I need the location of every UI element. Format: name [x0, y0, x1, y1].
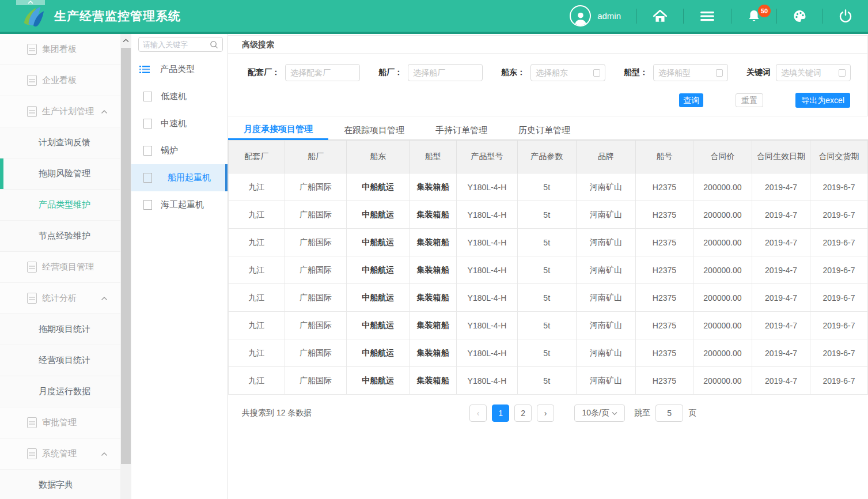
tree-search-box[interactable]: [138, 37, 223, 52]
jump-input[interactable]: [655, 405, 683, 422]
sidebar-item-product-type-maintenance[interactable]: 产品类型维护: [0, 190, 120, 221]
cell-shiptype: 集装箱船: [410, 173, 457, 201]
table-row: 九江 广船国际 中船航运 集装箱船 Y180L-4-H 5t 河南矿山 H237…: [229, 256, 868, 284]
sidebar-item-label: 企业看板: [42, 75, 77, 86]
export-excel-button[interactable]: 导出为excel: [795, 93, 850, 108]
sidebar-item-delay-project-stats[interactable]: 拖期项目统计: [0, 314, 120, 345]
cell-product-params: 5t: [517, 339, 576, 367]
next-page-button[interactable]: ›: [537, 405, 554, 422]
select-icon: [593, 69, 600, 77]
shiptype-input[interactable]: [658, 68, 714, 77]
sidebar-item-group-dashboard[interactable]: 集团看板: [0, 34, 120, 65]
advanced-search-panel: 高级搜索 配套厂： 船厂： 船东：: [228, 35, 868, 116]
sidebar-item-label: 生产计划管理: [42, 106, 94, 117]
sidebar-item-monthly-operation-data[interactable]: 月度运行数据: [0, 376, 120, 407]
cell-ship-number: H2375: [635, 256, 693, 284]
sidebar-item-label: 产品类型维护: [39, 199, 90, 210]
keyword-input[interactable]: [781, 68, 836, 77]
query-button[interactable]: 查询: [679, 93, 703, 107]
shipyard-select[interactable]: [408, 64, 483, 81]
tree-search-input[interactable]: [143, 40, 210, 49]
pagination-controls: ‹ 1 2 › 10条/页 跳至 页: [469, 405, 696, 422]
cell-contract-delivery-date: 2019-6-7: [810, 284, 867, 312]
sidebar-item-operation-project-stats[interactable]: 经营项目统计: [0, 345, 120, 376]
cell-shipyard: 广船国际: [285, 312, 347, 339]
cell-brand: 河南矿山: [576, 256, 635, 284]
table-row: 九江 广船国际 中船航运 集装箱船 Y180L-4-H 5t 河南矿山 H237…: [229, 367, 868, 395]
node-icon: [143, 119, 152, 128]
chevron-up-icon: [27, 0, 34, 5]
select-icon: [716, 69, 723, 77]
tree-item-offshore-crane[interactable]: 海工起重机: [131, 191, 228, 218]
shipyard-input[interactable]: [413, 68, 477, 77]
tab-tracking-projects[interactable]: 在跟踪项目管理: [328, 120, 420, 140]
theme-button[interactable]: [777, 0, 822, 32]
tree-item-low-speed-engine[interactable]: 低速机: [131, 83, 228, 110]
sidebar-item-statistics-analysis[interactable]: 统计分析: [0, 283, 120, 314]
sidebar-item-enterprise-dashboard[interactable]: 企业看板: [0, 65, 120, 96]
sidebar-item-label: 节点经验维护: [39, 230, 90, 241]
cell-product-params: 5t: [517, 312, 576, 339]
logout-button[interactable]: [823, 0, 868, 32]
cell-shipyard: 广船国际: [285, 256, 347, 284]
product-tree-panel: 产品类型 低速机 中速机 锅炉 船用起重机 海工起重机: [131, 34, 228, 499]
scroll-up-button[interactable]: [120, 34, 131, 47]
home-button[interactable]: [637, 0, 683, 32]
sidebar-item-production-plan-management[interactable]: 生产计划管理: [0, 96, 120, 127]
tree-item-boiler[interactable]: 锅炉: [131, 137, 228, 164]
collapse-pill[interactable]: [16, 0, 45, 5]
sidebar-item-node-experience-maintenance[interactable]: 节点经验维护: [0, 221, 120, 252]
page-button-1[interactable]: 1: [492, 405, 509, 422]
tab-monthly-projects[interactable]: 月度承接项目管理: [228, 120, 328, 140]
cell-ship-number: H2375: [635, 173, 693, 201]
col-shiptype: 船型: [410, 141, 457, 173]
tab-history-orders[interactable]: 历史订单管理: [503, 120, 586, 140]
tree-root-product-type[interactable]: 产品类型: [131, 55, 228, 83]
topbar-actions: admin 50: [554, 0, 868, 32]
main-content: 高级搜索 配套厂： 船厂： 船东：: [228, 34, 868, 499]
cell-shiptype: 集装箱船: [410, 229, 457, 256]
sidebar-item-data-dictionary[interactable]: 数据字典: [0, 470, 120, 499]
menu-toggle-button[interactable]: [684, 0, 731, 32]
cell-contract-delivery-date: 2019-6-7: [810, 339, 867, 367]
keyword-select[interactable]: [776, 64, 851, 81]
cell-supplier: 九江: [229, 173, 285, 201]
cell-contract-delivery-date: 2019-6-7: [810, 367, 867, 395]
node-icon: [143, 92, 152, 101]
page-size-select[interactable]: 10条/页: [574, 405, 625, 422]
sidebar-item-plan-query-feedback[interactable]: 计划查询反馈: [0, 127, 120, 158]
shiptype-select[interactable]: [653, 64, 728, 81]
tab-hand-orders[interactable]: 手持订单管理: [420, 120, 503, 140]
notifications-button[interactable]: 50: [731, 0, 776, 32]
col-contract-delivery-date: 合同交货期: [810, 141, 867, 173]
sidebar-item-system-management[interactable]: 系统管理: [0, 438, 120, 470]
reset-button[interactable]: 重置: [736, 93, 763, 107]
tree-item-medium-speed-engine[interactable]: 中速机: [131, 110, 228, 137]
tree-item-label: 船用起重机: [161, 172, 211, 183]
result-count: 共搜索到 12 条数据: [242, 408, 312, 418]
top-header-bar: 生产经营监控管理系统 admin: [0, 0, 868, 34]
supplier-input[interactable]: [290, 68, 355, 77]
sidebar-item-operation-project-management[interactable]: 经营项目管理: [0, 252, 120, 283]
table-body: 九江 广船国际 中船航运 集装箱船 Y180L-4-H 5t 河南矿山 H237…: [229, 173, 868, 395]
sidebar-item-approval-management[interactable]: 审批管理: [0, 407, 120, 438]
cell-product-model: Y180L-4-H: [457, 201, 517, 229]
cell-shipyard: 广船国际: [285, 284, 347, 312]
page-button-2[interactable]: 2: [514, 405, 532, 422]
field-label: 关键词: [746, 67, 771, 78]
list-icon: [139, 65, 150, 74]
advanced-search-title: 高级搜索: [228, 36, 867, 54]
shipowner-select[interactable]: [530, 64, 605, 81]
tree-item-marine-crane[interactable]: 船用起重机: [131, 164, 228, 191]
sidebar-scrollbar[interactable]: [120, 34, 131, 499]
prev-page-button[interactable]: ‹: [469, 405, 487, 422]
shipowner-input[interactable]: [536, 68, 591, 77]
sidebar-item-delay-risk-management[interactable]: 拖期风险管理: [0, 158, 120, 190]
search-icon: [210, 40, 218, 49]
cell-shipowner: 中船航运: [347, 312, 410, 339]
cell-ship-number: H2375: [635, 339, 693, 367]
supplier-select[interactable]: [285, 64, 360, 81]
user-menu[interactable]: admin: [554, 0, 636, 32]
scrollbar-thumb[interactable]: [121, 48, 131, 464]
cell-shipowner: 中船航运: [347, 229, 410, 256]
